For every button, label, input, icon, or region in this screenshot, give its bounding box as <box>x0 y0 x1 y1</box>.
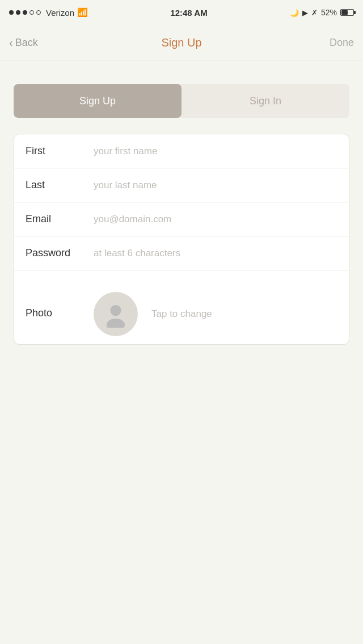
signal-dot-5 <box>36 10 41 15</box>
email-row: Email <box>14 202 349 236</box>
signup-tab[interactable]: Sign Up <box>14 84 182 118</box>
signup-tab-label: Sign Up <box>79 95 116 107</box>
last-name-row: Last <box>14 168 349 202</box>
photo-label: Photo <box>26 307 94 319</box>
moon-icon: 🌙 <box>290 9 299 17</box>
status-bar: Verizon 📶 12:48 AM 🌙 ▶ ✗ 52% <box>0 0 363 25</box>
back-button[interactable]: ‹ Back <box>9 36 54 49</box>
signin-tab[interactable]: Sign In <box>182 84 349 118</box>
signal-dot-2 <box>16 10 20 15</box>
signal-dots <box>9 10 41 15</box>
password-input[interactable] <box>94 248 337 259</box>
password-label: Password <box>26 247 94 259</box>
svg-point-0 <box>110 305 121 316</box>
status-right: 🌙 ▶ ✗ 52% <box>290 8 354 17</box>
first-name-label: First <box>26 145 94 157</box>
carrier-label: Verizon <box>46 8 74 18</box>
battery-icon <box>340 9 354 16</box>
back-label: Back <box>15 37 38 49</box>
status-time: 12:48 AM <box>170 8 207 18</box>
segment-control: Sign Up Sign In <box>14 84 349 118</box>
back-chevron-icon: ‹ <box>9 36 13 49</box>
signin-tab-label: Sign In <box>250 95 281 107</box>
email-input[interactable] <box>94 214 337 225</box>
signal-dot-3 <box>23 10 27 15</box>
svg-point-1 <box>107 319 125 328</box>
last-name-label: Last <box>26 179 94 191</box>
photo-content[interactable]: Tap to change <box>94 290 212 336</box>
signal-dot-4 <box>29 10 34 15</box>
status-left: Verizon 📶 <box>9 7 88 18</box>
avatar-icon <box>102 300 129 328</box>
location-icon: ▶ <box>302 9 308 17</box>
first-name-input[interactable] <box>94 146 337 157</box>
signal-dot-1 <box>9 10 14 15</box>
page-title: Sign Up <box>161 36 201 49</box>
battery-fill <box>341 10 348 15</box>
password-row: Password <box>14 236 349 270</box>
done-button[interactable]: Done <box>309 37 354 49</box>
tap-to-change-label: Tap to change <box>151 308 212 320</box>
photo-row: Photo Tap to change <box>14 270 349 344</box>
first-name-row: First <box>14 134 349 168</box>
bluetooth-icon: ✗ <box>311 9 318 17</box>
last-name-input[interactable] <box>94 180 337 191</box>
email-label: Email <box>26 213 94 225</box>
main-content: Sign Up Sign In First Last Email Passwor… <box>0 61 363 358</box>
battery-percent: 52% <box>321 8 337 17</box>
form-card: First Last Email Password Photo <box>14 134 349 345</box>
avatar[interactable] <box>94 292 138 336</box>
nav-bar: ‹ Back Sign Up Done <box>0 25 363 61</box>
wifi-icon: 📶 <box>77 7 88 18</box>
